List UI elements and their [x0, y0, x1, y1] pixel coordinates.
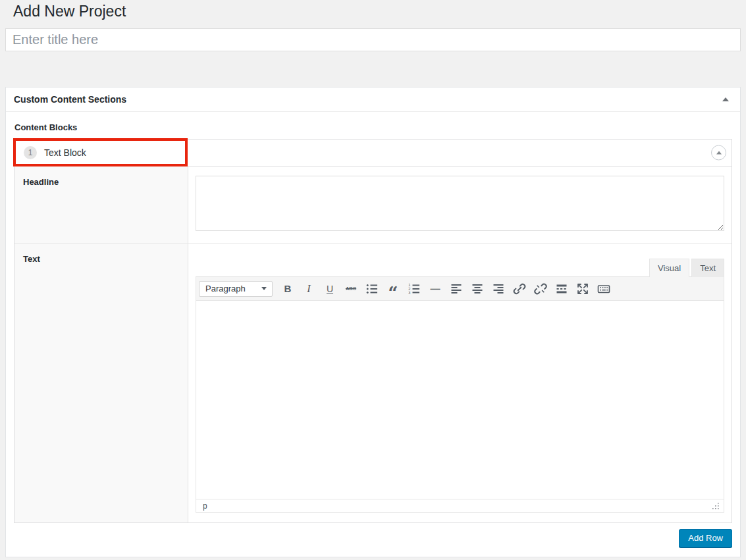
italic-button[interactable]: I [299, 280, 319, 297]
numbered-list-icon: 123 [408, 282, 421, 295]
fullscreen-button[interactable] [573, 280, 593, 297]
unlink-icon [534, 282, 547, 295]
read-more-button[interactable] [552, 280, 572, 297]
row-order-badge[interactable]: 1 [24, 146, 37, 159]
custom-content-sections-metabox: Custom Content Sections Content Blocks 1… [5, 87, 741, 557]
editor-toolbar: Paragraph B I U [196, 277, 724, 301]
headline-field-row: Headline [14, 166, 732, 243]
toolbar-toggle-button[interactable] [594, 280, 614, 297]
triangle-up-icon [716, 151, 722, 155]
metabox-body: Content Blocks 1 Text Block Headline [6, 112, 740, 557]
add-new-project-page: Add New Project Custom Content Sections … [0, 0, 746, 560]
insert-link-button[interactable] [510, 280, 529, 297]
blockquote-button[interactable]: “ [383, 280, 403, 297]
row-layout-title: Text Block [44, 147, 86, 158]
bold-button[interactable]: B [278, 280, 298, 297]
bulleted-list-button[interactable] [362, 280, 382, 297]
read-more-icon [555, 282, 568, 295]
bulleted-list-icon [365, 282, 379, 295]
tab-text[interactable]: Text [691, 259, 724, 277]
page-title: Add New Project [0, 0, 746, 21]
italic-icon: I [307, 283, 310, 295]
tab-visual[interactable]: Visual [649, 259, 689, 277]
resize-grippy-icon [712, 502, 720, 510]
paragraph-format-select[interactable]: Paragraph [199, 281, 273, 297]
svg-text:3: 3 [408, 291, 410, 295]
text-field-row: Text Visual Text Paragraph [14, 243, 732, 522]
underline-button[interactable]: U [320, 280, 340, 297]
fullscreen-icon [576, 282, 589, 295]
keyboard-icon [597, 282, 610, 295]
align-left-button[interactable] [446, 280, 466, 297]
resize-grippy-handle[interactable] [712, 502, 720, 510]
metabox-header[interactable]: Custom Content Sections [6, 88, 740, 112]
text-label-cell: Text [14, 243, 188, 522]
layout-row-header[interactable]: 1 Text Block [14, 140, 732, 166]
bold-icon: B [284, 283, 292, 294]
editor-content-area[interactable] [196, 301, 724, 499]
text-input-cell: Visual Text Paragraph B [188, 243, 732, 522]
editor-statusbar: p [196, 499, 724, 512]
underline-icon: U [327, 284, 333, 294]
blockquote-icon: “ [388, 282, 398, 296]
horizontal-rule-icon: — [431, 283, 440, 294]
post-title-input[interactable] [5, 28, 741, 51]
headline-input-cell [188, 166, 732, 243]
metabox-title: Custom Content Sections [14, 94, 126, 105]
flexible-content-table: 1 Text Block Headline [14, 139, 732, 523]
numbered-list-button[interactable]: 123 [404, 280, 424, 297]
align-center-button[interactable] [467, 280, 487, 297]
add-row-button[interactable]: Add Row [679, 529, 732, 547]
headline-label-cell: Headline [14, 166, 188, 243]
link-icon [513, 282, 526, 295]
headline-label: Headline [23, 177, 59, 187]
headline-textarea[interactable] [196, 176, 724, 231]
strikethrough-button[interactable]: ABC [341, 280, 361, 297]
align-center-icon [471, 282, 484, 295]
horizontal-rule-button[interactable]: — [425, 280, 445, 297]
paragraph-format-label: Paragraph [205, 284, 246, 293]
flexible-content-footer: Add Row [14, 529, 732, 547]
align-right-button[interactable] [489, 280, 508, 297]
triangle-up-icon [722, 97, 729, 101]
annotation-highlight [13, 138, 188, 166]
align-left-icon [450, 282, 463, 295]
metabox-collapse-button[interactable] [719, 93, 732, 106]
editor-tabs: Visual Text [196, 259, 724, 276]
row-collapse-button[interactable] [711, 145, 726, 161]
strikethrough-icon: ABC [346, 286, 356, 292]
text-label: Text [23, 254, 40, 264]
title-field-wrap [5, 28, 741, 51]
content-blocks-label: Content Blocks [14, 122, 732, 132]
align-right-icon [492, 282, 505, 295]
element-path[interactable]: p [203, 501, 207, 511]
remove-link-button[interactable] [531, 280, 550, 297]
wysiwyg-editor: Paragraph B I U [196, 276, 724, 513]
chevron-down-icon [261, 287, 267, 290]
